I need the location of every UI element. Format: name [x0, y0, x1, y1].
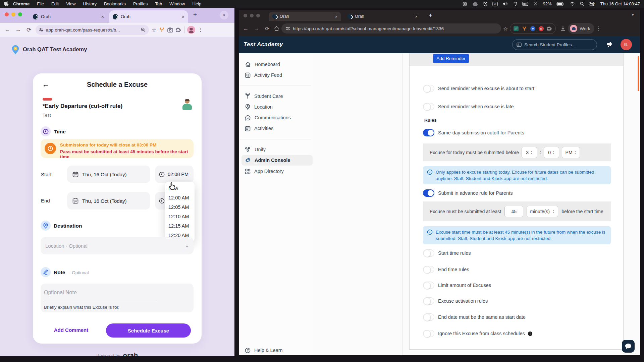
extension-icon-4[interactable]: [539, 26, 544, 31]
zoom-window-button[interactable]: [18, 12, 22, 16]
advance-unit-select[interactable]: minute(s)▲▼: [527, 206, 558, 217]
browser-tab-active[interactable]: Orah ×: [109, 10, 188, 23]
cloud-icon[interactable]: [472, 2, 478, 6]
sidebar-item-help-learn[interactable]: Help & Learn: [241, 345, 313, 355]
start-time-field[interactable]: 02:08 PM: [155, 166, 194, 183]
profile-avatar[interactable]: [187, 26, 195, 34]
menu-profiles[interactable]: Profiles: [130, 1, 151, 6]
address-bar[interactable]: app.orah-qat.com/pass-request/s/b...: [36, 25, 149, 35]
scrollbar-thumb[interactable]: [638, 56, 639, 91]
camera-extension-icon[interactable]: [167, 27, 173, 33]
volume-icon[interactable]: [503, 2, 508, 6]
browser-tab[interactable]: Orah ×: [344, 12, 421, 21]
tab-search-chevron-icon[interactable]: ▾: [632, 13, 634, 17]
minimize-window-button[interactable]: [11, 12, 15, 16]
close-tab-icon[interactable]: ×: [330, 14, 337, 19]
sidebar-item-student-care[interactable]: Student Care: [241, 91, 313, 102]
site-settings-icon[interactable]: [285, 26, 290, 31]
site-settings-icon[interactable]: [39, 27, 44, 32]
toggle-ignore-class-schedules[interactable]: [423, 330, 434, 337]
hearing-icon[interactable]: [513, 2, 517, 6]
end-date-field[interactable]: Thu, 16 Oct (Today): [67, 192, 150, 209]
address-bar[interactable]: https://app.orah-qat.com/staff/school-ma…: [281, 23, 501, 34]
start-date-field[interactable]: Thu, 16 Oct (Today): [67, 166, 150, 183]
menu-bar-clock[interactable]: Thu 16 Oct 14:08:47: [600, 1, 640, 6]
time-option[interactable]: 12:10 AM: [165, 212, 195, 221]
schedule-excuse-button[interactable]: Schedule Excuse: [106, 323, 191, 338]
back-icon[interactable]: ←: [241, 25, 250, 32]
advance-value-input[interactable]: 45: [504, 206, 523, 217]
close-window-button[interactable]: [5, 12, 9, 16]
zoom-window-button[interactable]: [256, 14, 260, 17]
extension-icon-2[interactable]: [522, 26, 527, 31]
extension-icon-1[interactable]: [514, 26, 519, 31]
tab-search-chevron-icon[interactable]: ▾: [220, 11, 228, 19]
note-textarea[interactable]: Optional Note Briefly explain what this …: [41, 284, 194, 312]
sidebar-item-homeboard[interactable]: Homeboard: [241, 59, 313, 70]
cutoff-meridiem-select[interactable]: PM▲▼: [562, 147, 580, 158]
keyboard-layout-icon[interactable]: A: [492, 2, 498, 6]
keypad-icon[interactable]: [522, 2, 528, 6]
info-dark-icon[interactable]: [528, 331, 533, 336]
cutoff-minute-input[interactable]: 0▲▼: [544, 147, 559, 158]
spinner-icon[interactable]: ▲▼: [530, 150, 533, 155]
browser-profile-chip[interactable]: Work: [568, 23, 594, 34]
toggle-submit-advance[interactable]: [423, 189, 434, 197]
browser-menu-kebab-icon[interactable]: ⋮: [198, 27, 203, 33]
close-tab-icon[interactable]: ×: [97, 14, 104, 19]
close-tab-icon[interactable]: ×: [410, 14, 418, 19]
sidebar-item-location[interactable]: Location: [241, 102, 313, 112]
menu-bookmarks[interactable]: Bookmarks: [101, 1, 129, 6]
bookmark-star-icon[interactable]: ☆: [503, 25, 508, 32]
cutoff-hour-input[interactable]: 3▲▼: [522, 147, 537, 158]
time-option[interactable]: 12:00 AM: [165, 193, 195, 202]
new-tab-button[interactable]: +: [193, 11, 197, 18]
toggle-limit-excuses[interactable]: [423, 282, 434, 289]
menu-file[interactable]: File: [34, 1, 47, 6]
select-chevrons-icon[interactable]: ▲▼: [574, 150, 577, 155]
menu-edit[interactable]: Edit: [48, 1, 62, 6]
menu-chrome[interactable]: Chrome: [10, 1, 33, 6]
add-reminder-button[interactable]: Add Reminder: [433, 54, 469, 63]
close-tab-icon[interactable]: ×: [177, 14, 184, 19]
sidebar-item-unify[interactable]: Unify: [241, 144, 313, 155]
time-option[interactable]: 12:15 AM: [165, 221, 195, 231]
chat-launcher-button[interactable]: [622, 340, 635, 353]
toggle-sameday-cutoff[interactable]: [423, 129, 434, 136]
announcements-megaphone-icon[interactable]: [606, 41, 613, 48]
menu-tab[interactable]: Tab: [152, 1, 165, 6]
toggle-same-end-date[interactable]: [423, 313, 434, 321]
location-shield-icon[interactable]: [483, 2, 487, 6]
screen-record-icon[interactable]: [463, 2, 467, 6]
menu-view[interactable]: View: [63, 1, 78, 6]
close-window-button[interactable]: [244, 14, 247, 17]
control-center-icon[interactable]: [589, 2, 595, 6]
select-chevrons-icon[interactable]: ▲▼: [552, 209, 555, 214]
browser-tab-active[interactable]: Orah ×: [269, 12, 341, 21]
user-avatar[interactable]: IL: [621, 39, 632, 50]
time-option[interactable]: 12:05 AM: [165, 202, 195, 212]
back-icon[interactable]: ←: [3, 26, 11, 33]
bookmark-star-icon[interactable]: ☆: [152, 27, 156, 33]
sidebar-item-activities[interactable]: Activities: [241, 123, 313, 134]
zoom-out-icon[interactable]: [141, 27, 146, 32]
home-icon[interactable]: [274, 26, 279, 31]
browser-menu-kebab-icon[interactable]: ⋮: [596, 25, 601, 32]
toggle-end-time-rules[interactable]: [423, 266, 434, 273]
sidebar-item-app-directory[interactable]: App Directory: [241, 166, 313, 177]
student-search-input[interactable]: Search Student Profiles...: [512, 39, 597, 50]
extensions-puzzle-icon[interactable]: [176, 27, 181, 33]
apple-logo-icon[interactable]: [4, 1, 9, 7]
menu-window[interactable]: Window: [166, 1, 188, 6]
forward-icon[interactable]: →: [14, 26, 22, 33]
forward-icon[interactable]: →: [252, 25, 261, 32]
sidebar-item-admin-console[interactable]: Admin Console: [241, 155, 313, 166]
toggle-reminder-start[interactable]: [423, 85, 434, 92]
add-comment-button[interactable]: Add Comment: [44, 327, 98, 333]
pen-off-icon[interactable]: [533, 2, 538, 6]
spinner-icon[interactable]: ▲▼: [552, 150, 555, 155]
toggle-activation-rules[interactable]: [423, 297, 434, 305]
toggle-start-time-rules[interactable]: [423, 249, 434, 257]
sidebar-item-activity-feed[interactable]: Activity Feed: [241, 70, 313, 80]
sidebar-item-communications[interactable]: Communications: [241, 112, 313, 123]
